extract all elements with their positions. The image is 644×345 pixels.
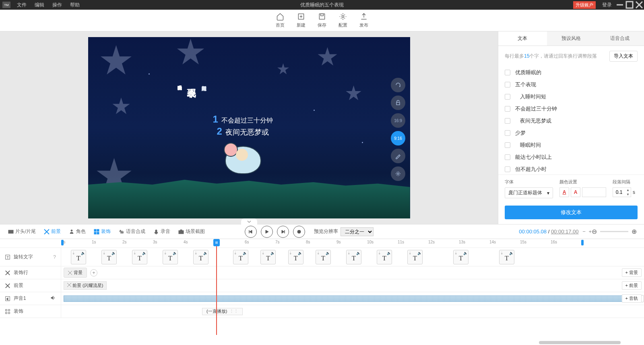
tool-publish[interactable]: 发布 (359, 12, 368, 28)
play-button[interactable] (261, 226, 273, 238)
text-item-0[interactable]: 优质睡眠的 (505, 67, 638, 79)
preview-canvas[interactable]: 优质睡眠的 五个表现 入睡时间短 1不会超过三十分钟 2夜间无恶梦或 (88, 37, 410, 218)
aspect-btn-5[interactable] (391, 166, 405, 181)
import-text-button[interactable]: 导入文本 (609, 51, 638, 62)
maximize-button[interactable] (625, 0, 634, 10)
add-fg-button[interactable]: + 前景 (622, 281, 642, 290)
text-color-button[interactable]: A (559, 187, 569, 197)
text-item-5[interactable]: 少梦 (505, 127, 638, 139)
text-item-checkbox[interactable] (505, 118, 510, 124)
text-clip-9[interactable]: ⇣🔈T (346, 250, 361, 264)
text-clip-6[interactable]: ⇣🔈T (260, 250, 276, 264)
loop-button[interactable] (293, 226, 305, 238)
timeline-scrollbar[interactable] (61, 341, 644, 345)
add-bg-chip[interactable]: + (90, 269, 97, 276)
text-item-4[interactable]: 夜间无恶梦或 (505, 115, 638, 127)
text-clip-10[interactable]: ⇣🔈T (377, 250, 392, 264)
text-clip-7[interactable]: ⇣🔈T (288, 250, 303, 264)
text-item-3[interactable]: 不会超过三十分钟 (505, 103, 638, 115)
text-item-checkbox[interactable] (505, 106, 510, 112)
timeline-tab-5[interactable]: 录音 (150, 227, 173, 237)
text-item-checkbox[interactable] (505, 70, 510, 75)
deco-clip[interactable]: (一直播放)⋮⋮ (202, 308, 243, 315)
text-item-checkbox[interactable] (505, 166, 510, 172)
timeline-ruler[interactable]: 0s1s2s3s4s5s6s7s8s9s10s11s12s13s14s15s16… (0, 239, 644, 248)
text-item-checkbox[interactable] (505, 154, 510, 160)
apply-text-button[interactable]: 修改文本 (505, 206, 638, 219)
aspect-btn-1[interactable] (391, 96, 405, 110)
text-item-checkbox[interactable] (505, 94, 510, 100)
tool-new[interactable]: 新建 (297, 12, 305, 28)
text-item-content: 但不超九小时 (515, 166, 547, 173)
timeline-tab-2[interactable]: 角色 (66, 227, 89, 237)
fg-clip[interactable]: 前景 (闪耀流星) (64, 281, 107, 290)
volume-icon[interactable] (50, 295, 56, 302)
text-clip-5[interactable]: ⇣🔈T (233, 250, 248, 264)
text-clip-1[interactable]: ⇣🔈T (101, 250, 117, 264)
zoom-out-button[interactable]: ⊖ (592, 228, 597, 235)
tab-tts[interactable]: 语音合成 (595, 31, 644, 46)
close-button[interactable] (634, 0, 644, 10)
text-item-1[interactable]: 五个表现 (505, 79, 638, 91)
add-bg-button[interactable]: + 背景 (622, 268, 642, 277)
aspect-btn-4[interactable] (391, 149, 405, 163)
next-frame-button[interactable] (277, 226, 289, 238)
text-clip-0[interactable]: ⇣🔈T (71, 250, 86, 264)
time-minus[interactable]: − (582, 229, 586, 235)
text-clip-12[interactable]: ⇣🔈T (453, 250, 469, 264)
menu-file[interactable]: 文件 (13, 2, 31, 8)
text-outline-button[interactable]: A (571, 187, 580, 197)
text-clip-3[interactable]: ⇣🔈T (163, 250, 178, 264)
tool-home[interactable]: 首页 (276, 12, 285, 28)
text-item-6[interactable]: 睡眠时间 (505, 139, 638, 151)
text-item-2[interactable]: 入睡时间短 (505, 91, 638, 103)
prev-frame-button[interactable] (245, 226, 257, 238)
time-plus[interactable]: + (588, 229, 592, 235)
spacing-down[interactable]: ▼ (625, 192, 631, 197)
add-audio-button[interactable]: + 音轨 (622, 294, 642, 303)
text-item-checkbox[interactable] (505, 82, 510, 87)
font-select[interactable]: 庞门正道标题体▾ (505, 187, 553, 198)
spacing-spinner[interactable]: ▲▼ (613, 187, 631, 197)
text-item-7[interactable]: 能达七小时以上 (505, 151, 638, 163)
text-clip-13[interactable]: ⇣🔈T (499, 250, 514, 264)
text-item-8[interactable]: 但不超九小时 (505, 163, 638, 175)
clip-person-icon: ⇣ (234, 251, 237, 255)
canvas-collapse-icon[interactable] (241, 218, 257, 225)
menu-action[interactable]: 操作 (48, 2, 66, 8)
tab-preset-style[interactable]: 预设风格 (547, 31, 596, 46)
timeline-tab-4[interactable]: 语音合成 (116, 227, 149, 237)
tool-save[interactable]: 保存 (318, 12, 326, 28)
tool-config[interactable]: 配置 (339, 12, 347, 28)
timeline-tab-0[interactable]: 片头/片尾 (5, 227, 39, 237)
audio-clip[interactable] (64, 295, 631, 302)
preview-res-select[interactable]: 二分之一 (341, 227, 374, 236)
menu-edit[interactable]: 编辑 (31, 2, 48, 8)
color-swatch[interactable] (582, 187, 606, 197)
text-clip-4[interactable]: ⇣🔈T (193, 250, 208, 264)
zoom-slider[interactable] (600, 231, 628, 232)
menu-help[interactable]: 帮助 (66, 2, 84, 8)
timeline-tab-1[interactable]: 前景 (41, 227, 64, 237)
aspect-btn-2[interactable]: 16:9 (391, 113, 405, 128)
text-clip-2[interactable]: ⇣🔈T (132, 250, 147, 264)
text-clip-8[interactable]: ⇣🔈T (316, 250, 331, 264)
playhead[interactable] (213, 239, 220, 246)
spacing-up[interactable]: ▲ (625, 188, 631, 192)
zoom-in-button[interactable]: ⊕ (632, 228, 637, 235)
aspect-btn-0[interactable] (391, 78, 405, 92)
text-item-checkbox[interactable] (505, 142, 510, 148)
timeline-tab-3[interactable]: 装饰 (91, 227, 114, 237)
bg-chip[interactable]: 背景 (64, 268, 87, 278)
text-clip-11[interactable]: ⇣🔈T (407, 250, 423, 264)
track-help-icon[interactable]: ? (53, 254, 56, 260)
text-item-checkbox[interactable] (505, 130, 510, 136)
login-button[interactable]: 登录 (599, 2, 615, 8)
clip-person-icon: ⇣ (378, 251, 381, 255)
upgrade-button[interactable]: 升级账户 (573, 1, 596, 9)
spacing-input[interactable] (613, 189, 625, 195)
aspect-btn-3[interactable]: 9:16 (391, 131, 405, 145)
timeline-tab-6[interactable]: 场景截图 (175, 227, 208, 237)
minimize-button[interactable] (615, 0, 625, 10)
tab-text[interactable]: 文本 (498, 31, 547, 46)
